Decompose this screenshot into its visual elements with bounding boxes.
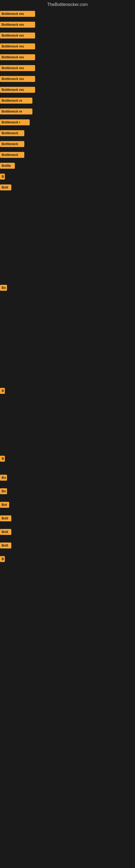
bottleneck-button[interactable]: Bottleneck r bbox=[0, 119, 30, 125]
bottleneck-button[interactable]: Bottleneck res bbox=[0, 43, 35, 50]
bottleneck-button[interactable]: Bottleneck bbox=[0, 152, 24, 158]
bottleneck-button[interactable]: Bottleneck res bbox=[0, 33, 35, 38]
bottleneck-button[interactable]: Bottleneck res bbox=[0, 11, 35, 17]
bottleneck-button[interactable]: Bottleneck res bbox=[0, 54, 35, 60]
bottleneck-button[interactable]: Bottleneck res bbox=[0, 76, 35, 82]
bottleneck-button[interactable]: Bott bbox=[0, 184, 11, 190]
bottleneck-button[interactable]: Bottleneck res bbox=[0, 22, 35, 28]
bottleneck-button[interactable]: Bo bbox=[0, 285, 7, 291]
bottleneck-button[interactable]: Bottleneck re bbox=[0, 98, 32, 104]
bottleneck-button[interactable]: B bbox=[0, 556, 5, 562]
bottleneck-button[interactable]: Bottleneck re bbox=[0, 108, 32, 115]
bottleneck-button[interactable]: B bbox=[0, 174, 5, 180]
bottleneck-button[interactable]: Bott bbox=[0, 516, 11, 521]
bottleneck-button[interactable]: Bottleneck res bbox=[0, 65, 35, 71]
bottleneck-button[interactable]: Bottleneck bbox=[0, 141, 24, 147]
site-title: TheBottlenecker.com bbox=[0, 0, 135, 9]
bottleneck-button[interactable]: Bottle bbox=[0, 163, 15, 169]
bottleneck-button[interactable]: Bottleneck bbox=[0, 130, 24, 136]
bottleneck-button[interactable]: Bott bbox=[0, 529, 11, 535]
bottleneck-button[interactable]: B bbox=[0, 388, 5, 394]
bottleneck-button[interactable]: Bot bbox=[0, 502, 9, 508]
bottleneck-button[interactable]: B bbox=[0, 456, 5, 462]
bottleneck-button[interactable]: Bo bbox=[0, 488, 7, 494]
bottleneck-button[interactable]: Bo bbox=[0, 475, 7, 480]
bottleneck-button[interactable]: Bott bbox=[0, 542, 11, 549]
bottleneck-button[interactable]: Bottleneck res bbox=[0, 87, 35, 93]
